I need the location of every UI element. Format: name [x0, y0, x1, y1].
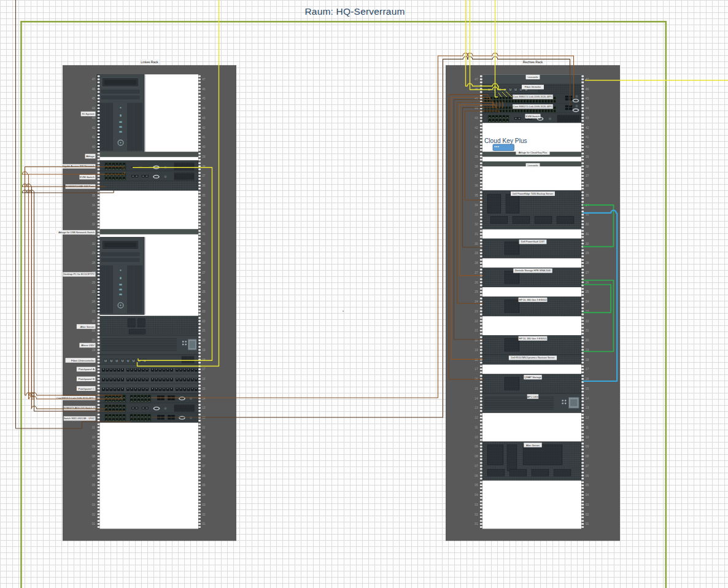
svg-text:22: 22 — [474, 320, 478, 323]
svg-text:09: 09 — [202, 445, 206, 448]
svg-text:Dell PowerVault 124T: Dell PowerVault 124T — [521, 240, 545, 243]
svg-text:Patchpanel B: Patchpanel B — [79, 377, 95, 381]
svg-text:02: 02 — [92, 513, 96, 516]
svg-text:19: 19 — [474, 349, 478, 352]
svg-text:07: 07 — [202, 465, 206, 468]
svg-text:33: 33 — [92, 213, 96, 216]
svg-text:Patchpanel A: Patchpanel A — [79, 368, 95, 371]
svg-text:11: 11 — [202, 426, 205, 429]
svg-text:20: 20 — [202, 339, 206, 342]
svg-text:31: 31 — [202, 233, 206, 236]
svg-text:08: 08 — [202, 455, 206, 458]
svg-text:17: 17 — [202, 368, 206, 371]
svg-text:35: 35 — [92, 194, 96, 197]
svg-text:11: 11 — [475, 426, 478, 429]
svg-text:35: 35 — [202, 194, 206, 197]
svg-text:M: M — [104, 359, 107, 363]
svg-text:13: 13 — [586, 406, 589, 409]
svg-text:08: 08 — [474, 455, 478, 458]
svg-text:07: 07 — [92, 465, 96, 468]
svg-text:30: 30 — [202, 242, 206, 246]
svg-text:33: 33 — [474, 213, 478, 216]
svg-text:43: 43 — [474, 117, 478, 120]
svg-text:Leerzeile: Leerzeile — [528, 164, 539, 167]
svg-text:05: 05 — [202, 484, 206, 487]
svg-text:12: 12 — [474, 416, 478, 419]
svg-text:19: 19 — [202, 349, 206, 352]
svg-text:Ablage für Cloud Key Plus: Ablage für Cloud Key Plus — [519, 151, 548, 154]
svg-text:11: 11 — [586, 426, 589, 429]
svg-text:43: 43 — [202, 117, 206, 120]
svg-text:31: 31 — [474, 233, 478, 236]
svg-text:29: 29 — [202, 252, 206, 255]
svg-text:06: 06 — [202, 474, 206, 478]
svg-text:22: 22 — [202, 320, 206, 323]
svg-text:21: 21 — [586, 329, 589, 332]
svg-text:07: 07 — [474, 465, 478, 468]
svg-text:25: 25 — [474, 290, 478, 293]
svg-text:M: M — [110, 359, 112, 363]
svg-text:Cloud Key Plus: Cloud Key Plus — [484, 137, 527, 144]
svg-text:39: 39 — [586, 155, 589, 158]
svg-text:M: M — [133, 359, 135, 363]
svg-text:24: 24 — [92, 300, 96, 303]
svg-text:28: 28 — [202, 261, 206, 265]
svg-text:05: 05 — [474, 484, 478, 487]
svg-text:14: 14 — [202, 397, 206, 400]
svg-text:46: 46 — [474, 88, 478, 91]
svg-text:32: 32 — [586, 223, 589, 226]
svg-text:28: 28 — [92, 261, 96, 265]
svg-text:36: 36 — [202, 184, 206, 187]
svg-text:03: 03 — [474, 503, 478, 506]
svg-text:37: 37 — [202, 174, 206, 177]
svg-text:20: 20 — [92, 339, 96, 342]
svg-text:M: M — [514, 88, 517, 91]
svg-text:17: 17 — [474, 368, 478, 371]
svg-text:30: 30 — [92, 242, 96, 246]
svg-text:42: 42 — [92, 126, 96, 130]
svg-text:10: 10 — [202, 436, 206, 439]
svg-text:19: 19 — [92, 349, 96, 352]
svg-text:21: 21 — [202, 329, 206, 332]
svg-text:Ablage: Ablage — [86, 155, 95, 158]
svg-text:04: 04 — [586, 493, 589, 497]
svg-text:Ablage für USB-Netzwerk-Switch: Ablage für USB-Netzwerk-Switch — [58, 231, 95, 234]
svg-text:01: 01 — [202, 522, 206, 525]
svg-text:41: 41 — [202, 136, 206, 139]
svg-text:26: 26 — [92, 281, 96, 284]
svg-text:Zentrale Storage HPE MSA 2040: Zentrale Storage HPE MSA 2040 — [515, 269, 551, 272]
svg-text:07: 07 — [586, 465, 589, 468]
svg-text:28: 28 — [474, 261, 478, 265]
svg-text:44: 44 — [92, 107, 96, 110]
svg-text:04: 04 — [92, 493, 96, 497]
svg-text:42: 42 — [202, 126, 206, 130]
svg-text:Dell PowerEdge T430 Backup Ser: Dell PowerEdge T430 Backup Server — [513, 192, 554, 195]
svg-text:02: 02 — [202, 513, 206, 516]
svg-text:26: 26 — [474, 281, 478, 284]
svg-text:14: 14 — [474, 397, 478, 400]
svg-text:01: 01 — [586, 522, 589, 525]
svg-text:24: 24 — [586, 300, 589, 303]
svg-text:Rechtes Rack: Rechtes Rack — [523, 60, 543, 64]
svg-text:09: 09 — [586, 445, 589, 448]
svg-text:17: 17 — [586, 368, 589, 371]
svg-text:33: 33 — [202, 213, 206, 216]
svg-text:29: 29 — [474, 252, 478, 255]
svg-text:32: 32 — [92, 223, 96, 226]
svg-text:30: 30 — [586, 242, 589, 246]
svg-text:Dell R510 MS-Dynamics Navision: Dell R510 MS-Dynamics Navision Server — [511, 356, 556, 359]
svg-text:10: 10 — [474, 436, 478, 439]
svg-text:KVM-Switch: KVM-Switch — [80, 176, 95, 179]
svg-text:M: M — [127, 359, 130, 363]
svg-text:31: 31 — [586, 233, 589, 236]
svg-text:Core-SW02 D-Link-DGS-3120-48TC: Core-SW02 D-Link-DGS-3120-48TC — [513, 105, 553, 108]
svg-text:KVM/GTY-AVG-DVI-Switch-3: KVM/GTY-AVG-DVI-Switch-3 — [64, 406, 95, 409]
svg-text:M: M — [520, 88, 522, 91]
svg-text:30: 30 — [474, 242, 478, 246]
svg-text:01: 01 — [92, 522, 96, 525]
svg-text:39: 39 — [474, 155, 478, 158]
svg-text:40: 40 — [474, 145, 478, 149]
svg-text:Leerzeile: Leerzeile — [528, 75, 539, 79]
svg-text:18: 18 — [474, 358, 478, 362]
svg-text:22: 22 — [92, 320, 96, 323]
